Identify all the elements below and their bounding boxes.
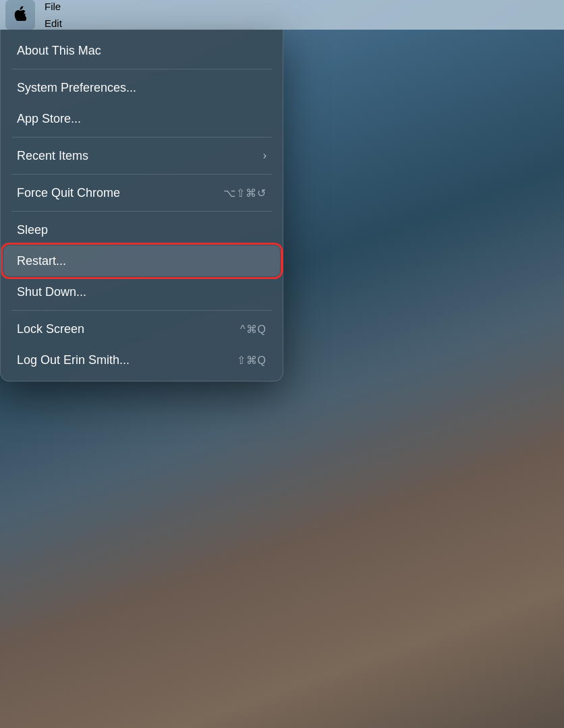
menu-item-recent_items[interactable]: Recent Items›	[3, 140, 280, 171]
menu-item-sleep[interactable]: Sleep	[3, 214, 280, 245]
menu-item-label-system_prefs: System Preferences...	[17, 81, 136, 95]
menu-item-system_prefs[interactable]: System Preferences...	[3, 72, 280, 103]
menu-separator	[11, 211, 272, 212]
menu-separator	[11, 137, 272, 138]
menu-item-shortcut-log_out: ⇧⌘Q	[237, 354, 266, 367]
menu-item-label-shut_down: Shut Down...	[17, 285, 86, 299]
menu-separator	[11, 174, 272, 175]
menu-item-label-lock_screen: Lock Screen	[17, 322, 84, 336]
menu-item-label-sleep: Sleep	[17, 223, 48, 237]
menu-item-about[interactable]: About This Mac	[3, 35, 280, 66]
menu-bar-item-file[interactable]: File	[38, 0, 90, 15]
menu-item-shortcut-force_quit: ⌥⇧⌘↺	[223, 187, 266, 200]
menu-separator	[11, 69, 272, 69]
menu-item-force_quit[interactable]: Force Quit Chrome⌥⇧⌘↺	[3, 177, 280, 208]
menu-item-app_store[interactable]: App Store...	[3, 103, 280, 134]
menu-item-shut_down[interactable]: Shut Down...	[3, 276, 280, 307]
menu-item-label-force_quit: Force Quit Chrome	[17, 186, 120, 200]
menu-item-log_out[interactable]: Log Out Erin Smith...⇧⌘Q	[3, 344, 280, 375]
chevron-right-icon: ›	[263, 150, 266, 162]
menu-separator	[11, 310, 272, 311]
menu-item-label-about: About This Mac	[17, 44, 101, 58]
menu-item-shortcut-lock_screen: ^⌘Q	[240, 323, 266, 336]
apple-dropdown-menu: About This MacSystem Preferences...App S…	[0, 30, 283, 382]
menu-item-lock_screen[interactable]: Lock Screen^⌘Q	[3, 313, 280, 344]
menu-item-label-log_out: Log Out Erin Smith...	[17, 353, 130, 367]
apple-icon	[14, 6, 26, 24]
dropdown-items-container: About This MacSystem Preferences...App S…	[1, 35, 283, 375]
menu-item-label-recent_items: Recent Items	[17, 149, 88, 163]
menu-item-restart[interactable]: Restart...	[3, 245, 280, 276]
menu-item-label-app_store: App Store...	[17, 112, 81, 126]
menu-bar: ChromeFileEditView	[0, 0, 564, 30]
menu-item-label-restart: Restart...	[17, 254, 66, 268]
apple-menu-button[interactable]	[5, 0, 35, 30]
